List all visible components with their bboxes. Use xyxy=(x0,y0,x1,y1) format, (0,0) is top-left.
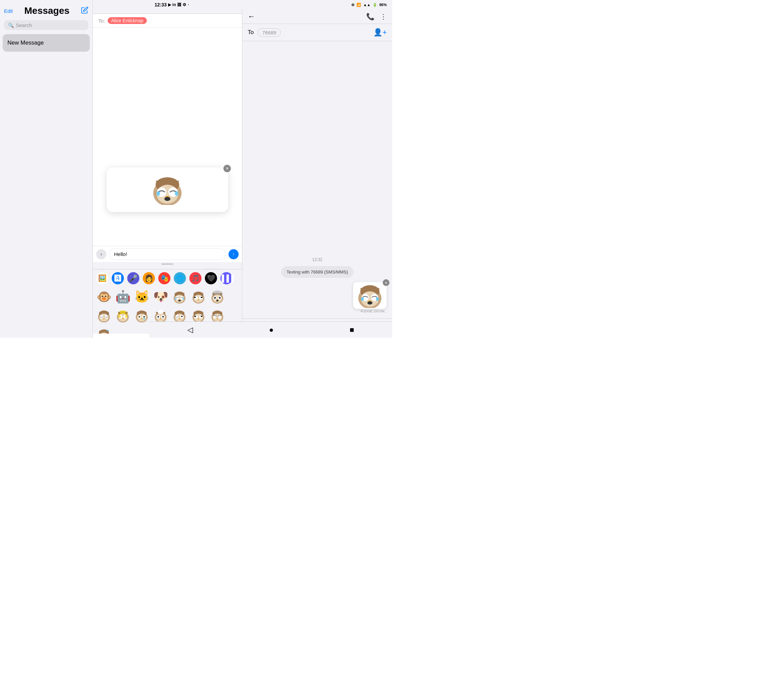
status-left: 12:33 ▶ in 🖼 ⚙ · xyxy=(155,2,189,8)
sms-info-bubble: Texting with 76689 (SMS/MMS) xyxy=(281,266,353,278)
dot-icon: · xyxy=(188,2,189,7)
sticker-dog[interactable]: 🐶 xyxy=(151,288,170,306)
compose-panel: New iMessage Cancel To: Alice Enticknap … xyxy=(93,0,242,338)
recents-nav-button[interactable]: ■ xyxy=(350,326,354,334)
send-button[interactable]: ↑ xyxy=(229,249,239,259)
svg-point-5 xyxy=(157,191,160,196)
sticker-monkey[interactable]: 🐵 xyxy=(95,288,113,306)
status-time: 12:33 xyxy=(155,2,167,8)
recipient-number-chip[interactable]: 76689 xyxy=(258,28,281,37)
svg-point-70 xyxy=(143,317,145,320)
svg-point-76 xyxy=(158,310,164,314)
globe-app-icon[interactable]: 🌐 xyxy=(174,272,186,284)
svg-point-37 xyxy=(214,297,216,299)
sticker-owl-surprised[interactable] xyxy=(208,288,226,306)
sticker-message: ✕ xyxy=(353,282,387,313)
svg-point-40 xyxy=(216,300,219,302)
sticker-message-image xyxy=(353,282,387,309)
svg-point-129 xyxy=(361,297,364,301)
compose-input-row: › Hello! ↑ xyxy=(93,246,242,262)
youtube-icon: ▶ xyxy=(168,2,171,7)
svg-point-19 xyxy=(178,300,181,302)
new-message-label: New Message xyxy=(8,39,44,46)
sticker-robot[interactable]: 🤖 xyxy=(114,288,132,306)
compose-body: ✕ xyxy=(93,28,242,246)
messages-panel: Edit Messages 🔍 Search New Message xyxy=(0,0,93,338)
edit-button[interactable]: Edit xyxy=(4,8,13,14)
android-nav-bar: ◁ ● ■ xyxy=(149,321,392,338)
sticker-cat[interactable]: 🐱 xyxy=(133,288,151,306)
heart-app-icon[interactable]: 🖤 xyxy=(205,272,217,284)
svg-point-16 xyxy=(175,298,176,300)
svg-point-17 xyxy=(183,298,184,300)
sticker-message-close[interactable]: ✕ xyxy=(383,279,389,286)
sticker-owl-drop[interactable] xyxy=(95,326,113,334)
home-nav-button[interactable]: ● xyxy=(269,326,273,334)
svg-point-80 xyxy=(157,316,159,317)
sticker-owl-sleep[interactable]: Z z xyxy=(95,307,113,325)
phone-button[interactable]: 📞 xyxy=(366,12,375,20)
recipient-chip[interactable]: Alice Enticknap xyxy=(108,17,147,24)
memoji-app-icon[interactable]: 👩 xyxy=(143,272,155,284)
svg-point-6 xyxy=(175,191,178,196)
sticker-owl-cry[interactable] xyxy=(170,288,189,306)
new-message-item[interactable]: New Message xyxy=(3,34,90,51)
sticker-message-label: PLEASE, GO ON... xyxy=(361,310,387,313)
battery-percent: 86% xyxy=(380,3,387,7)
svg-point-68 xyxy=(138,316,140,317)
audio-app-icon[interactable]: 🎤 xyxy=(127,272,139,284)
to-label: To: xyxy=(98,18,105,23)
svg-text:⭐: ⭐ xyxy=(118,315,121,318)
search-bar[interactable]: 🔍 Search xyxy=(4,20,89,30)
search-placeholder: Search xyxy=(16,22,32,28)
status-right: ⊖ 📶 ▲▲ 🔋 86% xyxy=(352,3,387,7)
svg-text:⭐: ⭐ xyxy=(124,315,128,318)
photos-app-icon[interactable]: 🖼️ xyxy=(96,272,108,284)
status-bar: 12:33 ▶ in 🖼 ⚙ · ⊖ 📶 ▲▲ 🔋 86% xyxy=(149,0,392,9)
sms-to-label: To xyxy=(248,29,254,36)
more-button[interactable]: ⋮ xyxy=(380,12,387,20)
music-app-icon[interactable]: 🎵 xyxy=(189,272,201,284)
svg-text:❤: ❤ xyxy=(201,296,203,299)
to-field: To: Alice Enticknap xyxy=(93,14,242,28)
stripe-app-icon[interactable]: ▐▐▐ xyxy=(220,272,233,284)
sticker-owl-tear[interactable] xyxy=(133,307,151,325)
drag-handle xyxy=(93,262,242,266)
back-button[interactable]: ← xyxy=(248,12,255,21)
sticker-popup-close[interactable]: ✕ xyxy=(223,165,231,172)
svg-text:❤: ❤ xyxy=(194,296,196,299)
svg-point-130 xyxy=(376,297,379,301)
svg-text:B$!#%: B$!#% xyxy=(215,316,220,318)
sms-panel: 12:33 ▶ in 🖼 ⚙ · ⊖ 📶 ▲▲ 🔋 86% ← 📞 ⋮ xyxy=(242,0,392,338)
settings-icon: ⚙ xyxy=(183,2,186,7)
avatar-app-icon[interactable]: 🎭 xyxy=(158,272,170,284)
back-nav-button[interactable]: ◁ xyxy=(187,326,193,334)
photos-icon: 🖼 xyxy=(177,2,181,7)
messages-header: Edit Messages xyxy=(0,0,92,19)
message-input[interactable]: Hello! xyxy=(109,248,226,260)
svg-text:❤: ❤ xyxy=(194,315,196,318)
apps-row: 🖼️ 🅰 🎤 👩 🎭 🌐 🎵 🖤 ▐▐▐ xyxy=(93,269,242,287)
add-contact-button[interactable]: 👤+ xyxy=(373,28,387,37)
search-icon: 🔍 xyxy=(8,23,14,28)
expand-button[interactable]: › xyxy=(96,249,106,259)
sticker-owl-large xyxy=(147,173,188,207)
svg-point-81 xyxy=(162,316,164,317)
sticker-owl-hearts[interactable]: ❤ ❤ xyxy=(189,288,208,306)
app-container: Edit Messages 🔍 Search New Message New i… xyxy=(0,0,392,338)
svg-text:❤: ❤ xyxy=(181,315,183,318)
svg-point-8 xyxy=(164,197,170,201)
sticker-owl-star-eyes[interactable]: ⭐ ⭐ xyxy=(114,307,132,325)
appstore-app-icon[interactable]: 🅰 xyxy=(112,272,124,284)
compose-button[interactable] xyxy=(81,6,89,16)
dnd-icon: ⊖ xyxy=(352,3,355,7)
wifi-icon: 📶 xyxy=(356,3,361,7)
battery-icon: 🔋 xyxy=(373,3,377,7)
sms-to-row: To 76689 👤+ xyxy=(242,24,392,41)
linkedin-icon: in xyxy=(173,2,176,7)
message-timestamp: 12:32 xyxy=(248,257,387,262)
sticker-popup: ✕ xyxy=(107,167,228,212)
signal-icon: ▲▲ xyxy=(363,3,370,7)
svg-text:❤: ❤ xyxy=(201,315,203,318)
sms-body: 12:32 Texting with 76689 (SMS/MMS) ✕ xyxy=(242,41,392,318)
